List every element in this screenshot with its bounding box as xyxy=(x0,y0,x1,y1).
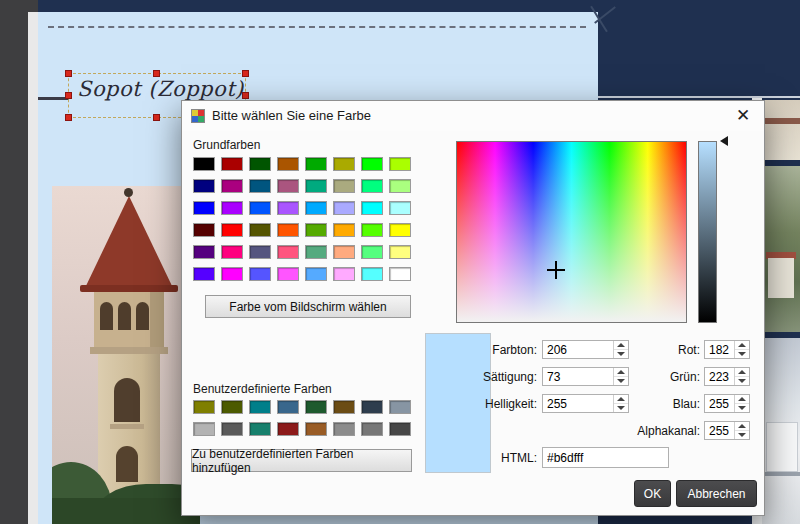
spin-up-icon[interactable] xyxy=(735,422,749,431)
spin-buttons[interactable] xyxy=(734,368,749,385)
color-swatch[interactable] xyxy=(277,223,299,237)
color-swatch[interactable] xyxy=(221,400,243,414)
spin-down-icon[interactable] xyxy=(735,350,749,358)
color-swatch[interactable] xyxy=(389,201,411,215)
spin-up-icon[interactable] xyxy=(735,341,749,350)
color-swatch[interactable] xyxy=(361,179,383,193)
color-swatch[interactable] xyxy=(361,245,383,259)
color-swatch[interactable] xyxy=(193,179,215,193)
color-swatch[interactable] xyxy=(333,422,355,436)
color-swatch[interactable] xyxy=(305,422,327,436)
cancel-button[interactable]: Abbrechen xyxy=(676,480,757,507)
color-swatch[interactable] xyxy=(277,422,299,436)
color-swatch[interactable] xyxy=(389,245,411,259)
hue-saturation-picker[interactable] xyxy=(456,141,687,323)
color-swatch[interactable] xyxy=(305,179,327,193)
color-swatch[interactable] xyxy=(221,223,243,237)
color-swatch[interactable] xyxy=(249,179,271,193)
dialog-titlebar[interactable]: Bitte wählen Sie eine Farbe ✕ xyxy=(182,101,764,131)
right-photo-top[interactable] xyxy=(762,100,800,160)
color-swatch[interactable] xyxy=(193,245,215,259)
color-swatch[interactable] xyxy=(333,223,355,237)
color-swatch[interactable] xyxy=(333,179,355,193)
color-swatch[interactable] xyxy=(389,179,411,193)
color-swatch[interactable] xyxy=(249,201,271,215)
resize-handle[interactable] xyxy=(65,114,72,121)
ok-button[interactable]: OK xyxy=(634,480,671,507)
color-swatch[interactable] xyxy=(193,422,215,436)
color-swatch[interactable] xyxy=(389,422,411,436)
color-swatch[interactable] xyxy=(277,157,299,171)
color-swatch[interactable] xyxy=(193,267,215,281)
color-swatch[interactable] xyxy=(249,267,271,281)
color-swatch[interactable] xyxy=(305,245,327,259)
color-swatch[interactable] xyxy=(221,157,243,171)
spin-down-icon[interactable] xyxy=(735,404,749,412)
color-swatch[interactable] xyxy=(361,267,383,281)
color-swatch[interactable] xyxy=(221,422,243,436)
color-swatch[interactable] xyxy=(333,400,355,414)
color-swatch[interactable] xyxy=(305,223,327,237)
color-swatch[interactable] xyxy=(249,422,271,436)
color-swatch[interactable] xyxy=(333,267,355,281)
spin-buttons[interactable] xyxy=(734,395,749,412)
color-swatch[interactable] xyxy=(249,223,271,237)
color-swatch[interactable] xyxy=(305,157,327,171)
spin-down-icon[interactable] xyxy=(735,431,749,439)
color-swatch[interactable] xyxy=(193,223,215,237)
close-icon[interactable]: ✕ xyxy=(732,105,754,127)
color-swatch[interactable] xyxy=(361,223,383,237)
right-photo-middle[interactable] xyxy=(762,166,800,332)
color-swatch[interactable] xyxy=(277,201,299,215)
color-swatch[interactable] xyxy=(305,267,327,281)
color-swatch[interactable] xyxy=(277,179,299,193)
resize-handle[interactable] xyxy=(65,70,72,77)
color-swatch[interactable] xyxy=(361,400,383,414)
color-swatch[interactable] xyxy=(221,245,243,259)
color-swatch[interactable] xyxy=(389,267,411,281)
red-spinbox[interactable]: 182 xyxy=(704,340,750,359)
spin-buttons[interactable] xyxy=(734,341,749,358)
color-swatch[interactable] xyxy=(305,201,327,215)
color-swatch[interactable] xyxy=(249,245,271,259)
color-swatch[interactable] xyxy=(361,201,383,215)
pick-screen-color-button[interactable]: Farbe vom Bildschirm wählen xyxy=(205,295,411,318)
alpha-spinbox[interactable]: 255 xyxy=(704,421,750,440)
spin-buttons[interactable] xyxy=(734,422,749,439)
page-text[interactable]: Sopot (Zoppot) xyxy=(77,77,244,101)
color-swatch[interactable] xyxy=(333,157,355,171)
add-custom-color-button[interactable]: Zu benutzerdefinierten Farben hinzufügen xyxy=(191,449,412,472)
color-swatch[interactable] xyxy=(249,157,271,171)
color-swatch[interactable] xyxy=(249,400,271,414)
resize-handle[interactable] xyxy=(153,114,160,121)
color-swatch[interactable] xyxy=(333,201,355,215)
value-slider[interactable] xyxy=(698,141,717,323)
spin-up-icon[interactable] xyxy=(735,368,749,377)
color-swatch[interactable] xyxy=(221,201,243,215)
color-swatch[interactable] xyxy=(193,400,215,414)
color-swatch[interactable] xyxy=(277,245,299,259)
green-spinbox[interactable]: 223 xyxy=(704,367,750,386)
color-swatch[interactable] xyxy=(221,267,243,281)
color-swatch[interactable] xyxy=(193,157,215,171)
spin-down-icon[interactable] xyxy=(735,377,749,385)
color-swatch[interactable] xyxy=(361,422,383,436)
resize-handle[interactable] xyxy=(242,70,249,77)
tower-photo[interactable] xyxy=(52,186,200,524)
color-swatch[interactable] xyxy=(389,157,411,171)
color-swatch[interactable] xyxy=(193,201,215,215)
color-swatch[interactable] xyxy=(305,400,327,414)
spin-up-icon[interactable] xyxy=(735,395,749,404)
color-swatch[interactable] xyxy=(277,267,299,281)
html-color-input[interactable] xyxy=(542,447,669,468)
resize-handle[interactable] xyxy=(153,70,160,77)
resize-handle[interactable] xyxy=(65,92,72,99)
color-swatch[interactable] xyxy=(361,157,383,171)
color-swatch[interactable] xyxy=(277,400,299,414)
color-swatch[interactable] xyxy=(389,223,411,237)
resize-handle[interactable] xyxy=(242,92,249,99)
color-swatch[interactable] xyxy=(221,179,243,193)
blue-spinbox[interactable]: 255 xyxy=(704,394,750,413)
color-swatch[interactable] xyxy=(389,400,411,414)
color-swatch[interactable] xyxy=(333,245,355,259)
